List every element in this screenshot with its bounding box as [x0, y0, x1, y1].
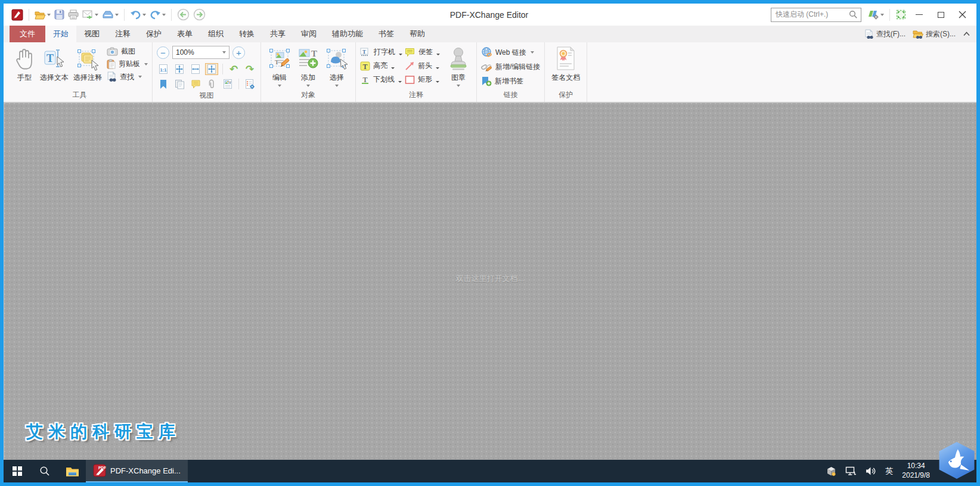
search-button[interactable]: 搜索(S)... [913, 29, 956, 39]
tab-organize[interactable]: 组织 [200, 26, 231, 42]
snapshot-button[interactable]: 截图 [107, 46, 148, 57]
stamp-button[interactable]: 图章 [445, 44, 472, 87]
file-explorer-button[interactable] [58, 460, 86, 482]
comments-pane-button[interactable] [189, 78, 202, 90]
attachments-pane-button[interactable] [205, 78, 218, 90]
rectangle-button[interactable]: 矩形 [405, 74, 440, 85]
redo-button[interactable] [148, 8, 168, 21]
bookmarks-pane-button[interactable] [157, 78, 170, 90]
email-button[interactable] [80, 9, 100, 20]
tab-view[interactable]: 视图 [76, 26, 107, 42]
actual-size-button[interactable]: 1:1 [157, 63, 170, 75]
select-comments-button[interactable]: 选择注释 [71, 44, 104, 83]
tab-file[interactable]: 文件 [10, 26, 45, 42]
clipboard-icon [107, 59, 116, 69]
find-tool-button[interactable]: 查找 [107, 71, 148, 82]
add-bookmark-button[interactable]: 新增书签 [481, 76, 540, 86]
tab-bookmarks[interactable]: 书签 [371, 26, 402, 42]
customize-ui-button[interactable] [866, 8, 886, 21]
tab-accessibility[interactable]: 辅助功能 [324, 26, 371, 42]
print-button[interactable] [66, 8, 80, 21]
zoom-in-button[interactable]: + [232, 46, 245, 59]
tab-share[interactable]: 共享 [262, 26, 293, 42]
maximize-button[interactable] [930, 7, 951, 23]
document-canvas[interactable]: 双击这里打开文档... 艾米的科研宝库 [4, 102, 976, 460]
tab-protect[interactable]: 保护 [138, 26, 169, 42]
tab-convert[interactable]: 转换 [231, 26, 262, 42]
save-button[interactable] [52, 8, 66, 21]
edit-object-button[interactable]: T 编辑 [265, 44, 294, 87]
taskbar-task-pdfxchange[interactable]: PDF PDF-XChange Edi... [86, 460, 188, 482]
find-button[interactable]: 查找(F)... [864, 29, 905, 39]
vm-tray-icon[interactable] [826, 466, 836, 476]
highlight-icon: T [360, 61, 370, 71]
fit-page-button[interactable] [173, 63, 186, 75]
ribbon: 手型 T 选择文本 选择注释 截图 [4, 42, 976, 102]
chevron-down-icon [222, 51, 226, 54]
go-back-button[interactable] [175, 7, 191, 22]
close-icon [959, 11, 966, 18]
app-logo-icon[interactable] [10, 8, 25, 22]
typewriter-button[interactable]: T 打字机 [360, 47, 402, 57]
properties-pane-button[interactable] [243, 78, 256, 90]
tab-comment[interactable]: 注释 [107, 26, 138, 42]
ribbon-group-links: Web 链接 新增/编辑链接 新增书签 链接 [477, 42, 545, 102]
select-object-button[interactable]: 选择 [322, 44, 351, 87]
web-link-button[interactable]: Web 链接 [481, 47, 540, 58]
go-forward-button[interactable] [191, 7, 207, 22]
content-pane-button[interactable]: T [221, 78, 234, 90]
close-button[interactable] [951, 7, 973, 23]
add-object-button[interactable]: T 添加 [294, 44, 322, 87]
add-edit-link-button[interactable]: 新增/编辑链接 [481, 62, 540, 72]
find-label: 查找(F)... [876, 29, 905, 39]
divider [238, 79, 239, 89]
tab-help[interactable]: 帮助 [402, 26, 433, 42]
chevron-down-icon [144, 63, 148, 66]
sticky-note-button[interactable]: 便签 [405, 47, 440, 57]
pages-icon [175, 79, 185, 89]
tab-home[interactable]: 开始 [45, 26, 76, 42]
minimize-button[interactable] [908, 7, 930, 23]
select-text-button[interactable]: T 选择文本 [38, 44, 71, 83]
volume-tray-icon[interactable] [866, 466, 876, 476]
windows-logo-icon [13, 466, 22, 476]
chevron-down-icon [95, 14, 98, 16]
tab-review[interactable]: 审阅 [293, 26, 324, 42]
underline-button[interactable]: T 下划线 [360, 74, 402, 85]
arrow-button[interactable]: 箭头 [405, 61, 440, 71]
chevron-down-icon [436, 81, 439, 83]
typewriter-icon: T [360, 48, 371, 57]
scan-button[interactable] [100, 9, 120, 20]
start-button[interactable] [4, 460, 31, 482]
chevron-up-icon [963, 31, 970, 37]
fit-width-button[interactable] [189, 63, 202, 75]
sign-document-button[interactable]: 签名文档 [549, 44, 582, 83]
hummingbird-icon [942, 446, 972, 475]
taskbar-clock[interactable]: 10:34 2021/9/8 [902, 462, 930, 480]
taskbar-search-button[interactable] [31, 460, 58, 482]
fit-visible-button[interactable] [205, 63, 218, 75]
screen-frame: PDF-XChange Editor 快速启动 (Ctrl+.) 文件 开始 视… [0, 0, 980, 486]
undo-button[interactable] [128, 8, 148, 21]
tab-form[interactable]: 表单 [169, 26, 200, 42]
rotate-cw-button[interactable]: ↷ [243, 63, 256, 75]
quick-launch-input[interactable]: 快速启动 (Ctrl+.) [771, 8, 861, 22]
divider [171, 9, 172, 21]
collapse-ribbon-button[interactable] [963, 29, 970, 39]
thumbnails-pane-button[interactable] [173, 78, 186, 90]
zoom-level-select[interactable]: 100% [172, 46, 230, 59]
input-method-indicator[interactable]: 英 [885, 466, 893, 476]
arrow-icon [405, 61, 415, 71]
zoom-out-button[interactable]: − [157, 46, 169, 59]
open-file-button[interactable] [33, 9, 52, 21]
chevron-down-icon [162, 14, 166, 16]
highlight-button[interactable]: T 高亮 [360, 61, 402, 71]
rotate-ccw-button[interactable]: ↶ [227, 63, 240, 75]
group-label-tools: 工具 [11, 89, 148, 102]
clock-time: 10:34 [902, 462, 930, 471]
hand-tool-button[interactable]: 手型 [11, 44, 38, 83]
fullscreen-button[interactable] [894, 8, 908, 21]
network-tray-icon[interactable] [845, 466, 857, 476]
chevron-down-icon [457, 85, 460, 87]
clipboard-button[interactable]: 剪贴板 [107, 59, 148, 69]
